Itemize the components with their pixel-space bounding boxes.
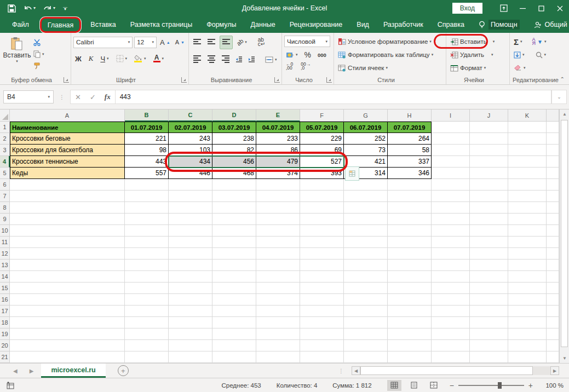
cell[interactable] bbox=[344, 283, 388, 294]
cell[interactable] bbox=[125, 340, 169, 351]
cell[interactable] bbox=[470, 237, 508, 248]
cell[interactable] bbox=[508, 122, 547, 133]
cell[interactable] bbox=[508, 156, 547, 168]
cell[interactable] bbox=[212, 248, 256, 260]
font-color-button[interactable]: А▾ bbox=[152, 54, 166, 64]
cell[interactable] bbox=[388, 202, 432, 214]
italic-button[interactable]: К bbox=[87, 53, 95, 64]
page-layout-view-button[interactable] bbox=[407, 380, 421, 391]
sheet-tab-active[interactable]: microexcel.ru bbox=[41, 364, 105, 378]
cell[interactable] bbox=[470, 260, 508, 271]
cell[interactable]: 86 bbox=[256, 145, 300, 156]
cell[interactable] bbox=[432, 271, 470, 283]
normal-view-button[interactable] bbox=[387, 380, 401, 391]
cell[interactable]: 446 bbox=[169, 168, 212, 179]
tab-help[interactable]: Справка bbox=[430, 16, 472, 33]
paste-button[interactable]: Вставить ▾ bbox=[2, 35, 32, 71]
cell[interactable] bbox=[508, 214, 547, 225]
borders-button[interactable]: ▾ bbox=[114, 54, 129, 64]
cell[interactable] bbox=[125, 237, 169, 248]
cell[interactable] bbox=[388, 294, 432, 305]
cell[interactable]: 103 bbox=[169, 145, 212, 156]
cell[interactable] bbox=[470, 283, 508, 294]
cell[interactable] bbox=[10, 305, 125, 317]
cell[interactable] bbox=[300, 317, 344, 328]
cell[interactable] bbox=[508, 179, 547, 191]
cell[interactable] bbox=[470, 145, 508, 156]
row-header-16[interactable]: 16 bbox=[0, 294, 10, 305]
align-top-button[interactable] bbox=[191, 36, 203, 49]
cell[interactable] bbox=[432, 305, 470, 317]
cell[interactable] bbox=[212, 305, 256, 317]
column-header-K[interactable]: K bbox=[508, 109, 547, 122]
cell[interactable] bbox=[10, 271, 125, 283]
cell[interactable] bbox=[212, 214, 256, 225]
scroll-down-icon[interactable]: ▼ bbox=[560, 354, 569, 363]
cell[interactable] bbox=[432, 156, 470, 168]
column-header-B[interactable]: B bbox=[125, 109, 169, 122]
cell[interactable]: Наименование bbox=[10, 122, 125, 133]
percent-style-button[interactable]: % bbox=[303, 49, 313, 60]
cell[interactable] bbox=[344, 294, 388, 305]
cell[interactable] bbox=[470, 294, 508, 305]
row-header-4[interactable]: 4 bbox=[0, 156, 10, 168]
cell[interactable] bbox=[169, 328, 212, 340]
cell[interactable] bbox=[432, 294, 470, 305]
cell[interactable] bbox=[388, 260, 432, 271]
cell[interactable] bbox=[10, 351, 125, 363]
vertical-scrollbar[interactable]: ▲ ▼ bbox=[559, 109, 569, 363]
cell[interactable] bbox=[470, 156, 508, 168]
cell[interactable] bbox=[388, 351, 432, 363]
cell[interactable] bbox=[432, 225, 470, 237]
tab-developer[interactable]: Разработчик bbox=[376, 16, 430, 33]
sort-filter-button[interactable]: АЯ▼▾ bbox=[531, 37, 548, 47]
cell[interactable] bbox=[344, 305, 388, 317]
decrease-font-icon[interactable]: A▼ bbox=[174, 38, 186, 47]
zoom-slider-thumb[interactable] bbox=[498, 382, 502, 389]
cell[interactable] bbox=[508, 351, 547, 363]
decrease-indent-icon[interactable] bbox=[234, 55, 244, 64]
row-header-11[interactable]: 11 bbox=[0, 237, 10, 248]
cell[interactable] bbox=[300, 271, 344, 283]
collapse-ribbon-icon[interactable]: ⌃ bbox=[560, 76, 565, 82]
insert-cells-button[interactable]: Вставить bbox=[449, 37, 488, 47]
cell[interactable]: 03.07.2019 bbox=[212, 122, 256, 133]
tab-home[interactable]: Главная bbox=[40, 17, 82, 33]
macro-record-icon[interactable] bbox=[7, 382, 15, 389]
cell[interactable]: 264 bbox=[388, 133, 432, 145]
row-header-10[interactable]: 10 bbox=[0, 225, 10, 237]
cell[interactable] bbox=[125, 351, 169, 363]
tab-insert[interactable]: Вставка bbox=[83, 16, 123, 33]
cell[interactable] bbox=[169, 294, 212, 305]
cell[interactable] bbox=[125, 179, 169, 191]
cell[interactable] bbox=[470, 340, 508, 351]
column-header-J[interactable]: J bbox=[470, 109, 508, 122]
cell[interactable] bbox=[169, 225, 212, 237]
cell[interactable] bbox=[169, 191, 212, 202]
cell[interactable]: 252 bbox=[344, 133, 388, 145]
prev-sheet-icon[interactable]: ◀ bbox=[13, 368, 18, 374]
row-header-2[interactable]: 2 bbox=[0, 133, 10, 145]
cell[interactable] bbox=[125, 328, 169, 340]
cell[interactable] bbox=[508, 340, 547, 351]
cell[interactable] bbox=[10, 260, 125, 271]
cell[interactable] bbox=[547, 191, 559, 202]
cell[interactable] bbox=[344, 271, 388, 283]
format-painter-button[interactable] bbox=[32, 61, 46, 71]
cell[interactable] bbox=[169, 340, 212, 351]
cell[interactable] bbox=[547, 122, 559, 133]
cell[interactable] bbox=[388, 248, 432, 260]
merge-center-button[interactable]: ▾ bbox=[263, 55, 279, 64]
cell[interactable] bbox=[169, 179, 212, 191]
cell[interactable]: 238 bbox=[212, 133, 256, 145]
cell[interactable] bbox=[508, 317, 547, 328]
cell[interactable] bbox=[10, 294, 125, 305]
cell[interactable]: 337 bbox=[388, 156, 432, 168]
tab-data[interactable]: Данные bbox=[244, 16, 283, 33]
cell[interactable] bbox=[169, 260, 212, 271]
cell[interactable] bbox=[256, 202, 300, 214]
cell[interactable] bbox=[388, 271, 432, 283]
cell[interactable] bbox=[169, 271, 212, 283]
cell[interactable] bbox=[470, 248, 508, 260]
cell-styles-button[interactable]: Стили ячеек▾ bbox=[336, 64, 389, 73]
